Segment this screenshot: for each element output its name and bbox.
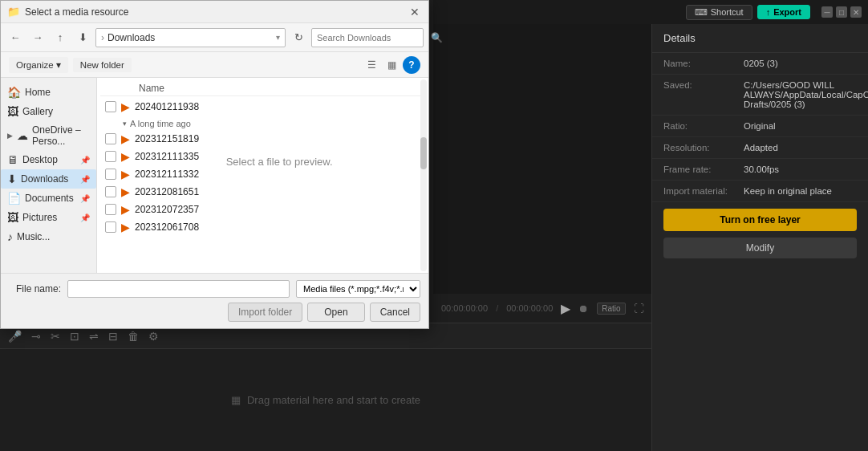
tree-item-documents[interactable]: 📄 Documents 📌	[1, 189, 96, 208]
address-arrow: ›	[101, 32, 104, 43]
crop-icon[interactable]: ⊡	[70, 330, 79, 343]
details-name-row: Name: 0205 (3)	[652, 53, 868, 75]
organize-button[interactable]: Organize ▾	[9, 57, 68, 73]
file-icon: ▶	[121, 221, 130, 234]
music-icon: ♪	[7, 230, 13, 243]
export-button[interactable]: ↑ Export	[757, 5, 810, 19]
tree-item-desktop[interactable]: 🖥 Desktop 📌	[1, 150, 96, 169]
dialog-toolbar: ← → ↑ ⬇ › Downloads ▾ ↻ 🔍	[1, 23, 428, 52]
minimize-button[interactable]: ─	[821, 6, 833, 18]
filetype-select[interactable]: Media files (*.mpg;*.f4v;*.mov;*	[296, 280, 420, 298]
resolution-value: Adapted	[744, 143, 857, 152]
recent-button[interactable]: ⬇	[73, 28, 92, 47]
details-panel: Details Name: 0205 (3) Saved: C:/Users/G…	[651, 24, 868, 451]
export-label: Export	[773, 7, 801, 17]
free-layer-button[interactable]: Turn on free layer	[663, 209, 857, 231]
play-button[interactable]: ▶	[561, 301, 570, 316]
close-button[interactable]: ✕	[850, 6, 862, 18]
settings-icon[interactable]: ⚙	[148, 330, 159, 343]
pictures-icon: 🖼	[7, 211, 18, 224]
maximize-button[interactable]: □	[836, 6, 847, 18]
list-item[interactable]: ▶ 202312061708	[100, 218, 425, 236]
dialog-footer: File name: Media files (*.mpg;*.f4v;*.mo…	[1, 273, 428, 328]
resolution-label: Resolution:	[663, 143, 744, 152]
tree-item-downloads[interactable]: ⬇ Downloads 📌	[1, 169, 96, 189]
cloud-icon: ☁	[17, 129, 28, 142]
up-button[interactable]: ↑	[51, 28, 70, 47]
fullscreen-icon[interactable]: ⛶	[634, 303, 644, 315]
import-folder-button[interactable]: Import folder	[228, 303, 302, 322]
file-checkbox[interactable]	[105, 169, 116, 180]
split-icon[interactable]: ⊸	[31, 330, 41, 343]
list-item[interactable]: ▶ 202312072357	[100, 201, 425, 218]
drag-drop-area[interactable]: ▦ Drag material here and start to create	[0, 349, 651, 451]
mic-icon[interactable]: 🎤	[8, 330, 22, 343]
mirror-icon[interactable]: ⊟	[108, 330, 118, 343]
tree-item-home[interactable]: 🏠 Home	[1, 83, 96, 102]
file-checkbox[interactable]	[105, 133, 116, 144]
downloads-icon: ⬇	[7, 173, 17, 185]
file-checkbox[interactable]	[105, 151, 116, 162]
select-file-preview: Select a file to preview.	[226, 156, 333, 168]
shortcut-button[interactable]: ⌨ Shortcut	[686, 5, 752, 20]
details-saved-row: Saved: C:/Users/GOOD WILL ALWAYS/AppData…	[652, 75, 868, 116]
search-icon: 🔍	[431, 32, 443, 43]
shortcut-icon: ⌨	[695, 7, 708, 18]
scrollbar-thumb[interactable]	[420, 137, 427, 169]
modify-button[interactable]: Modify	[663, 238, 857, 258]
section-text: A long time ago	[130, 119, 191, 128]
ratio-value: Original	[744, 121, 857, 131]
link-icon[interactable]: ⇌	[89, 330, 99, 343]
framerate-label: Frame rate:	[663, 165, 744, 174]
file-list-header: Name	[100, 81, 425, 96]
list-item[interactable]: ▶ 202312111332	[100, 165, 425, 183]
list-item[interactable]: ▶ 202312151819	[100, 130, 425, 148]
file-icon: ▶	[121, 168, 130, 181]
refresh-button[interactable]: ↻	[289, 28, 308, 47]
filename-label: File name:	[9, 283, 61, 295]
documents-icon: 📄	[7, 192, 21, 205]
address-dropdown-icon[interactable]: ▾	[276, 33, 280, 42]
details-ratio-row: Ratio: Original	[652, 116, 868, 137]
back-button[interactable]: ←	[6, 28, 25, 47]
filename-row: File name: Media files (*.mpg;*.f4v;*.mo…	[9, 280, 420, 298]
forward-button[interactable]: →	[28, 28, 47, 47]
file-checkbox[interactable]	[105, 101, 116, 112]
ratio-label: Ratio:	[663, 121, 744, 131]
search-input[interactable]	[317, 33, 428, 43]
import-value: Keep in original place	[744, 186, 857, 196]
grid-view-button[interactable]: ▦	[383, 56, 400, 74]
dialog-close-button[interactable]: ✕	[408, 5, 422, 19]
ratio-badge: Ratio	[597, 303, 625, 315]
file-icon: ▶	[121, 100, 130, 113]
file-checkbox[interactable]	[105, 204, 116, 215]
gallery-icon: 🖼	[7, 105, 18, 118]
list-item[interactable]: ▶ 202312081651	[100, 183, 425, 201]
timeline-area: 🎤 ⊸ ✂ ⊡ ⇌ ⊟ 🗑 ⚙ ▦ Drag material here and…	[0, 323, 651, 451]
tree-item-music[interactable]: ♪ Music...	[1, 227, 96, 246]
address-text: Downloads	[107, 32, 273, 43]
dialog-body: 🏠 Home 🖼 Gallery ▶ ☁ OneDrive – Perso...…	[1, 78, 428, 273]
list-view-button[interactable]: ☰	[363, 56, 380, 74]
cancel-button[interactable]: Cancel	[370, 303, 420, 322]
trim-icon[interactable]: ✂	[51, 330, 60, 343]
tree-item-gallery[interactable]: 🖼 Gallery	[1, 102, 96, 121]
list-item[interactable]: ▶ 202401211938	[100, 98, 425, 116]
open-button[interactable]: Open	[307, 303, 364, 322]
filename-input[interactable]	[67, 280, 290, 298]
view-buttons: ☰ ▦ ?	[363, 56, 420, 74]
file-checkbox[interactable]	[105, 186, 116, 197]
window-controls: ─ □ ✕	[821, 6, 862, 18]
tree-item-pictures[interactable]: 🖼 Pictures 📌	[1, 208, 96, 227]
file-name: 202312072357	[135, 204, 420, 215]
name-value: 0205 (3)	[744, 59, 857, 68]
search-box[interactable]: 🔍	[311, 28, 424, 47]
collapse-arrow[interactable]: ▾	[123, 120, 127, 128]
file-checkbox[interactable]	[105, 221, 116, 233]
scrollbar-track[interactable]	[420, 79, 427, 271]
tree-item-onedrive[interactable]: ▶ ☁ OneDrive – Perso...	[1, 121, 96, 150]
help-button[interactable]: ?	[403, 56, 420, 74]
delete-icon[interactable]: 🗑	[128, 330, 139, 343]
new-folder-button[interactable]: New folder	[73, 58, 132, 72]
record-icon[interactable]: ⏺	[578, 303, 589, 315]
